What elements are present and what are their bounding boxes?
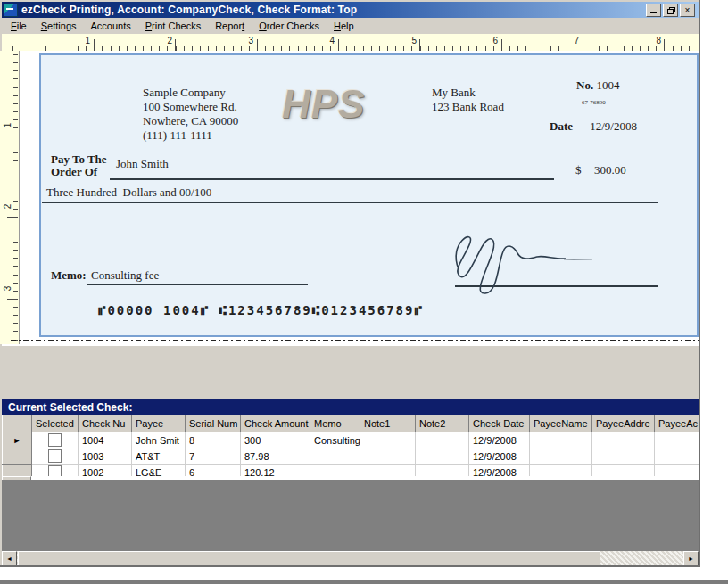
cell-note2[interactable]	[416, 448, 469, 465]
col-header-note1[interactable]: Note1	[360, 415, 416, 432]
col-header-check-nu[interactable]: Check Nu	[79, 415, 132, 432]
amount-words-line	[42, 202, 658, 203]
ruler-number: 6	[482, 36, 498, 45]
check-preview[interactable]: Sample Company 100 Somewhere Rd. Nowhere…	[39, 53, 699, 337]
menu-accel: P	[145, 21, 152, 31]
scrollbar-thumb[interactable]	[18, 551, 600, 566]
cell-payeeac[interactable]	[655, 432, 699, 448]
menu-item-print-checks[interactable]: Print Checks	[138, 19, 208, 33]
cell-serial-num[interactable]: 8	[186, 432, 241, 448]
cell-check-date[interactable]: 12/9/2008	[469, 448, 530, 465]
ruler-number: 8	[645, 36, 661, 45]
col-header-check-date[interactable]: Check Date	[469, 415, 530, 432]
cell-note1[interactable]	[360, 432, 416, 448]
check-number-line: No. 1004	[576, 78, 619, 93]
ruler-number: 4	[318, 36, 335, 45]
menu-item-settings[interactable]: Settings	[34, 19, 84, 33]
window-controls: ×	[646, 4, 695, 17]
micr-line: ⑈00000 1004⑈ ⑆123456789⑆0123456789⑈	[98, 303, 424, 317]
col-header-check-amount[interactable]: Check Amount	[241, 415, 310, 432]
close-button[interactable]: ×	[680, 4, 695, 17]
ruler-major-ticks	[7, 136, 18, 341]
company-phone: (111) 111-1111	[143, 128, 238, 143]
cell-memo[interactable]	[310, 448, 360, 465]
pay-to-label: Pay To The Order Of	[51, 153, 107, 178]
menu-accel: H	[334, 21, 341, 31]
checks-table: Selected Check Nu Payee Serial Num Check…	[2, 415, 699, 481]
restore-button[interactable]	[663, 4, 678, 17]
cell-check-nu[interactable]: 1003	[79, 448, 132, 465]
minimize-button[interactable]	[646, 4, 661, 17]
row-selector[interactable]	[3, 448, 32, 465]
ruler-number: 3	[3, 284, 12, 294]
cell-check-nu[interactable]: 1004	[79, 432, 132, 448]
vertical-ruler: 1 2 3	[0, 51, 20, 344]
cell-check-date[interactable]: 12/9/2008	[469, 432, 530, 448]
row-checkbox[interactable]	[48, 449, 62, 463]
menu-item-file[interactable]: File	[4, 19, 34, 33]
table-row[interactable]: 1003 AT&T 7 87.98 12/9/2008	[3, 448, 699, 465]
menu-item-help[interactable]: Help	[327, 19, 361, 33]
col-header-payeeaddre[interactable]: PayeeAddre	[592, 415, 655, 432]
bottom-edge	[0, 580, 728, 584]
col-header-payeeac[interactable]: PayeeAc	[655, 415, 699, 432]
cell-check-amount[interactable]: 87.98	[241, 448, 310, 465]
payee-line	[110, 178, 554, 180]
scroll-right-button[interactable]: ►	[683, 551, 699, 566]
scroll-left-button[interactable]: ◄	[2, 551, 17, 566]
pay-to-line2: Order Of	[51, 166, 107, 178]
cell-payeename[interactable]	[530, 432, 592, 448]
menu-item-order-checks[interactable]: Order Checks	[252, 19, 327, 33]
menu-accel: t	[242, 21, 244, 31]
scroll-left-icon: ◄	[6, 555, 12, 562]
cell-payee[interactable]: AT&T	[132, 448, 186, 465]
cell-payeeaddre[interactable]	[592, 448, 655, 465]
section-title: Current Selected Check:	[8, 401, 132, 414]
ruler-number: 5	[401, 36, 417, 45]
cell-memo[interactable]: Consulting	[310, 432, 360, 448]
bank-address: 123 Bank Road	[432, 100, 504, 114]
menu-label-part: ettings	[47, 21, 76, 31]
window-bottom-edge	[0, 565, 700, 567]
cell-payeename[interactable]	[530, 448, 592, 465]
row-checkbox[interactable]	[48, 433, 62, 447]
horizontal-ruler: 1 2 3 4 5 6 7 8	[2, 34, 699, 52]
app-icon	[4, 4, 18, 17]
col-header-memo[interactable]: Memo	[310, 415, 360, 432]
col-header-note2[interactable]: Note2	[416, 415, 469, 432]
screen: ezCheck Printing, Account: CompanyCheck,…	[0, 0, 728, 584]
minimize-icon	[650, 6, 657, 13]
col-header-selected[interactable]: Selected	[32, 415, 79, 432]
cell-payeeaddre[interactable]	[592, 432, 655, 448]
memo-line	[87, 284, 308, 285]
cell-selected[interactable]	[32, 448, 79, 465]
ruler-number: 1	[3, 120, 12, 131]
menu-item-report[interactable]: Report	[208, 19, 252, 33]
cell-selected[interactable]	[32, 432, 79, 448]
page-boundary-dashes	[11, 340, 699, 341]
bank-fraction: 67-76890	[582, 99, 606, 106]
menu-item-accounts[interactable]: Accounts	[84, 19, 138, 33]
table-row[interactable]: ► 1004 John Smit 8 300 Consulting 12/9/2…	[3, 432, 699, 448]
menu-accel: S	[41, 21, 47, 31]
check-actions-panel: Check Actions List Checks After: 11/ 3/2…	[2, 346, 699, 399]
grid-empty-area	[2, 480, 699, 551]
menu-label-part: rder Checks	[267, 21, 319, 31]
col-header-serial-num[interactable]: Serial Num	[186, 415, 241, 432]
ruler-major-ticks	[94, 39, 674, 51]
memo-label: Memo:	[51, 268, 87, 283]
cell-note1[interactable]	[360, 448, 416, 465]
cell-serial-num[interactable]: 7	[186, 448, 241, 465]
cell-payeeac[interactable]	[655, 448, 699, 465]
section-header: Current Selected Check:	[2, 399, 699, 415]
col-header-payeename[interactable]: PayeeName	[530, 415, 592, 432]
horizontal-scrollbar[interactable]: ◄ ►	[2, 551, 699, 566]
cell-check-amount[interactable]: 300	[241, 432, 310, 448]
row-selector[interactable]: ►	[3, 432, 32, 448]
cell-note2[interactable]	[416, 432, 469, 448]
pay-to-line1: Pay To The	[51, 153, 107, 166]
cell-payee[interactable]: John Smit	[132, 432, 186, 448]
ruler-number: 1	[74, 36, 90, 45]
bank-name: My Bank	[432, 86, 504, 100]
col-header-payee[interactable]: Payee	[132, 415, 186, 432]
